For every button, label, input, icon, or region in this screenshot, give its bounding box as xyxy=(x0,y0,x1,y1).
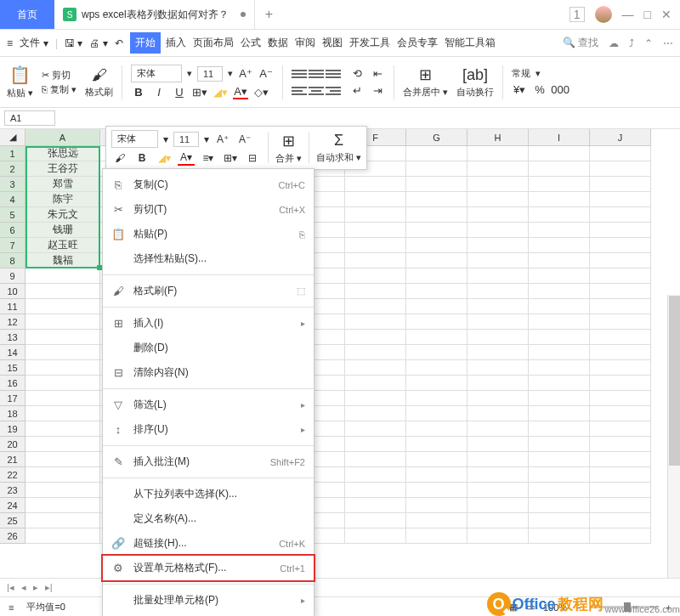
vertical-scrollbar[interactable] xyxy=(667,295,680,579)
cell-I20[interactable] xyxy=(529,437,590,452)
cell-F12[interactable] xyxy=(345,314,406,330)
cell-G15[interactable] xyxy=(406,360,468,376)
collapse-ribbon-icon[interactable]: ⌃ xyxy=(644,37,653,49)
cell-I7[interactable] xyxy=(529,238,590,253)
cell-J2[interactable] xyxy=(590,161,651,177)
cell-G14[interactable] xyxy=(406,345,468,360)
row-header-9[interactable]: 9 xyxy=(0,268,26,284)
select-all-corner[interactable]: ◢ xyxy=(0,129,26,146)
mini-dec-font[interactable]: A⁻ xyxy=(236,132,253,147)
cell-J19[interactable] xyxy=(590,421,651,437)
cell-I23[interactable] xyxy=(529,483,590,498)
ctx-item-5[interactable]: 🖌格式刷(F)⬚ xyxy=(103,279,314,303)
cell-F8[interactable] xyxy=(345,253,406,268)
row-header-4[interactable]: 4 xyxy=(0,192,26,207)
cell-J3[interactable] xyxy=(590,177,651,192)
row-header-26[interactable]: 26 xyxy=(0,528,26,544)
tab-dev[interactable]: 开发工具 xyxy=(348,32,392,54)
cell-J13[interactable] xyxy=(590,330,651,345)
cell-F21[interactable] xyxy=(345,452,406,467)
cell-F18[interactable] xyxy=(345,406,406,421)
row-header-2[interactable]: 2 xyxy=(0,161,26,177)
cell-F24[interactable] xyxy=(345,498,406,513)
cell-F20[interactable] xyxy=(345,437,406,452)
sheet-first[interactable]: |◂ xyxy=(7,582,14,593)
cell-I5[interactable] xyxy=(529,207,590,223)
cell-H4[interactable] xyxy=(468,192,529,207)
cell-J18[interactable] xyxy=(590,406,651,421)
cell-G9[interactable] xyxy=(406,268,468,284)
orient-button[interactable]: ⟲ xyxy=(349,66,365,82)
document-tab[interactable]: S wps excel表格列数据如何对齐？ xyxy=(54,0,255,29)
undo-icon[interactable]: ↶ xyxy=(115,37,123,49)
tab-formula[interactable]: 公式 xyxy=(239,32,263,54)
row-header-24[interactable]: 24 xyxy=(0,498,26,513)
cell-G12[interactable] xyxy=(406,314,468,330)
cell-J9[interactable] xyxy=(590,268,651,284)
tab-member[interactable]: 会员专享 xyxy=(395,32,439,54)
ctx-item-2[interactable]: 📋粘贴(P)⎘ xyxy=(103,222,314,246)
cell-H7[interactable] xyxy=(468,238,529,253)
cell-A3[interactable]: 郑雪 xyxy=(26,177,100,192)
cell-J5[interactable] xyxy=(590,207,651,223)
cell-G19[interactable] xyxy=(406,421,468,437)
ctx-item-0[interactable]: ⎘复制(C)Ctrl+C xyxy=(103,172,314,197)
more-icon[interactable]: ⋯ xyxy=(663,37,673,49)
italic-button[interactable]: I xyxy=(151,84,167,99)
cell-H26[interactable] xyxy=(468,528,529,544)
cell-J21[interactable] xyxy=(590,452,651,467)
share-icon[interactable]: ⤴ xyxy=(629,37,634,49)
cell-A5[interactable]: 朱元文 xyxy=(26,207,100,223)
cell-F23[interactable] xyxy=(345,483,406,498)
cell-J16[interactable] xyxy=(590,376,651,391)
indent-inc[interactable]: ⇥ xyxy=(370,83,385,99)
cell-G18[interactable] xyxy=(406,406,468,421)
cell-I14[interactable] xyxy=(529,345,590,360)
cell-J4[interactable] xyxy=(590,192,651,207)
ctx-item-19[interactable]: ⚙设置单元格格式(F)...Ctrl+1 xyxy=(103,556,314,580)
cell-I15[interactable] xyxy=(529,360,590,376)
cell-F25[interactable] xyxy=(345,513,406,528)
mini-border[interactable]: ⊞▾ xyxy=(222,150,239,166)
col-header-A[interactable]: A xyxy=(26,129,100,146)
ctx-item-11[interactable]: ▽筛选(L)▸ xyxy=(103,393,314,417)
row-header-21[interactable]: 21 xyxy=(0,452,26,467)
cell-H13[interactable] xyxy=(468,330,529,345)
ctx-item-3[interactable]: 选择性粘贴(S)... xyxy=(103,246,314,271)
merge-button[interactable]: 合并居中 ▾ xyxy=(403,86,448,99)
clear-format-button[interactable]: ◇▾ xyxy=(253,84,269,99)
row-header-6[interactable]: 6 xyxy=(0,223,26,238)
tab-view[interactable]: 视图 xyxy=(320,32,344,54)
row-header-23[interactable]: 23 xyxy=(0,483,26,498)
tab-data[interactable]: 数据 xyxy=(266,32,290,54)
cell-F15[interactable] xyxy=(345,360,406,376)
cell-G4[interactable] xyxy=(406,192,468,207)
align-top-right[interactable] xyxy=(326,66,341,82)
cell-I24[interactable] xyxy=(529,498,590,513)
save-icon[interactable]: 🖫 ▾ xyxy=(65,37,82,49)
cell-A8[interactable]: 魏福 xyxy=(26,253,100,268)
cell-G21[interactable] xyxy=(406,452,468,467)
cell-I17[interactable] xyxy=(529,391,590,406)
format-painter-button[interactable]: 格式刷 xyxy=(85,86,113,99)
cut-button[interactable]: ✂ 剪切 xyxy=(42,69,76,82)
avatar[interactable] xyxy=(595,6,612,23)
percent-button[interactable]: % xyxy=(532,82,547,97)
cell-F17[interactable] xyxy=(345,391,406,406)
cell-G16[interactable] xyxy=(406,376,468,391)
cell-A25[interactable] xyxy=(26,513,100,528)
cell-H8[interactable] xyxy=(468,253,529,268)
cell-H5[interactable] xyxy=(468,207,529,223)
cell-A16[interactable] xyxy=(26,376,100,391)
cell-H24[interactable] xyxy=(468,498,529,513)
mini-merge-big[interactable]: ⊞合并 ▾ xyxy=(275,132,302,165)
merge-icon[interactable]: ⊞ xyxy=(419,65,432,84)
new-tab-button[interactable]: + xyxy=(255,7,283,22)
row-header-8[interactable]: 8 xyxy=(0,253,26,268)
cell-J10[interactable] xyxy=(590,284,651,299)
format-painter-icon[interactable]: 🖌 xyxy=(92,66,107,83)
cell-A15[interactable] xyxy=(26,360,100,376)
home-tab[interactable]: 首页 xyxy=(0,0,54,29)
tab-start[interactable]: 开始 xyxy=(130,32,161,54)
cell-G2[interactable] xyxy=(406,161,468,177)
